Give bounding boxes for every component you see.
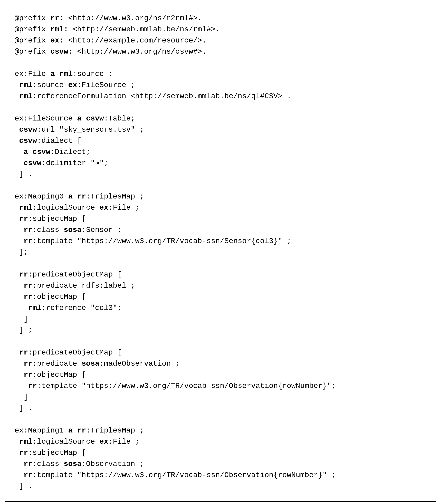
code-text: ex:Mapping1 bbox=[15, 426, 68, 435]
code-line: rr:objectMap [ bbox=[15, 293, 86, 301]
code-line: ]; bbox=[15, 248, 28, 256]
prefix-lead: @prefix bbox=[15, 47, 50, 56]
code-kw: rr bbox=[23, 281, 32, 290]
code-text bbox=[15, 125, 19, 134]
code-line: rml:logicalSource ex:File ; bbox=[15, 203, 140, 212]
code-kw: rml bbox=[19, 203, 32, 212]
code-text bbox=[15, 293, 23, 301]
code-line: a csvw:Dialect; bbox=[15, 148, 90, 156]
code-text: <http://semweb.mmlab.be/ns/rml#>. bbox=[68, 25, 220, 34]
code-text: :File ; bbox=[108, 437, 139, 446]
code-text: :File ; bbox=[108, 203, 139, 212]
code-line: rr:subjectMap [ bbox=[15, 448, 86, 457]
code-text: :TriplesMap ; bbox=[86, 192, 144, 201]
code-text: :referenceFormulation <http://semweb.mml… bbox=[32, 92, 291, 101]
code-line: csvw:dialect [ bbox=[15, 136, 81, 145]
code-text bbox=[15, 270, 19, 279]
code-text: :template "https://www.w3.org/TR/vocab-s… bbox=[32, 237, 291, 245]
code-kw: rr bbox=[23, 460, 32, 468]
code-line: @prefix ex: <http://example.com/resource… bbox=[15, 36, 206, 45]
code-line: rr:objectMap [ bbox=[15, 371, 86, 379]
code-text: :logicalSource bbox=[32, 203, 99, 212]
code-text: <http://example.com/resource/>. bbox=[64, 36, 206, 45]
code-text bbox=[73, 426, 77, 435]
code-text: :Sensor ; bbox=[81, 226, 122, 234]
code-kw: sosa bbox=[64, 226, 81, 234]
code-kw: csvw bbox=[86, 114, 104, 123]
code-text bbox=[15, 159, 23, 167]
code-kw: rr bbox=[19, 215, 28, 223]
code-text bbox=[15, 237, 23, 245]
code-text bbox=[15, 226, 23, 234]
code-kw: a bbox=[68, 192, 73, 201]
code-text: :predicate rdfs:label ; bbox=[32, 281, 135, 290]
code-text bbox=[28, 148, 32, 156]
code-line: ex:FileSource a csvw:Table; bbox=[15, 114, 135, 123]
code-kw: a bbox=[77, 114, 81, 123]
code-line: ] . bbox=[15, 170, 32, 178]
code-kw: rr bbox=[23, 237, 32, 245]
code-kw: rr bbox=[23, 471, 32, 479]
code-text: :dialect [ bbox=[37, 136, 81, 145]
code-text: :source ; bbox=[73, 70, 113, 78]
code-line: rr:class sosa:Observation ; bbox=[15, 460, 144, 468]
code-line: csvw:delimiter "↠"; bbox=[15, 159, 108, 167]
code-text: :Dialect; bbox=[50, 148, 91, 156]
code-text: ex:File bbox=[15, 70, 50, 78]
code-kw: ex bbox=[99, 203, 108, 212]
page-container: @prefix rr: <http://www.w3.org/ns/r2rml#… bbox=[0, 0, 441, 504]
code-text: :TriplesMap ; bbox=[86, 426, 144, 435]
code-line: rr:predicateObjectMap [ bbox=[15, 348, 122, 357]
prefix-kw: csvw: bbox=[50, 47, 73, 56]
code-kw: a bbox=[23, 148, 28, 156]
code-kw: rr bbox=[23, 226, 32, 234]
code-kw: csvw bbox=[32, 148, 50, 156]
code-kw: rr bbox=[77, 426, 86, 435]
code-text bbox=[15, 148, 23, 156]
code-text bbox=[15, 382, 28, 390]
code-text: <http://www.w3.org/ns/csvw#>. bbox=[73, 47, 206, 56]
code-kw: ex bbox=[99, 437, 108, 446]
code-line: rml:referenceFormulation <http://semweb.… bbox=[15, 92, 291, 101]
code-line: @prefix rr: <http://www.w3.org/ns/r2rml#… bbox=[15, 14, 202, 23]
prefix-kw: ex: bbox=[50, 36, 64, 45]
code-text: ex:FileSource bbox=[15, 114, 77, 123]
code-text bbox=[15, 371, 23, 379]
code-kw: sosa bbox=[81, 359, 99, 368]
code-text bbox=[73, 192, 77, 201]
code-text: :source bbox=[32, 81, 68, 89]
code-line: ] ; bbox=[15, 326, 32, 335]
prefix-kw: rr: bbox=[50, 14, 64, 23]
code-text bbox=[15, 304, 28, 312]
code-line: rr:subjectMap [ bbox=[15, 215, 86, 223]
code-text bbox=[15, 203, 19, 212]
code-line: ] . bbox=[15, 404, 32, 413]
code-line: rr:template "https://www.w3.org/TR/vocab… bbox=[15, 382, 336, 390]
code-text: :url "sky_sensors.tsv" ; bbox=[37, 125, 144, 134]
code-text: :class bbox=[32, 460, 64, 468]
code-kw: csvw bbox=[23, 159, 41, 167]
code-text bbox=[15, 471, 23, 479]
prefix-lead: @prefix bbox=[15, 25, 50, 34]
code-text: :predicateObjectMap [ bbox=[28, 270, 122, 279]
code-text: :madeObservation ; bbox=[99, 359, 180, 368]
code-line: rr:predicateObjectMap [ bbox=[15, 270, 122, 279]
code-text: :objectMap [ bbox=[32, 371, 86, 379]
code-line: csvw:url "sky_sensors.tsv" ; bbox=[15, 125, 144, 134]
code-line: ex:Mapping1 a rr:TriplesMap ; bbox=[15, 426, 144, 435]
code-text: :subjectMap [ bbox=[28, 448, 86, 457]
prefix-lead: @prefix bbox=[15, 14, 50, 23]
code-text: :Observation ; bbox=[81, 460, 144, 468]
code-line: rml:reference "col3"; bbox=[15, 304, 122, 312]
code-kw: rml bbox=[59, 70, 73, 78]
code-line: rml:source ex:FileSource ; bbox=[15, 81, 135, 89]
code-kw: rml bbox=[19, 437, 32, 446]
code-kw: rr bbox=[19, 270, 28, 279]
code-text: <http://www.w3.org/ns/r2rml#>. bbox=[64, 14, 202, 23]
code-text: :objectMap [ bbox=[32, 293, 86, 301]
code-kw: sosa bbox=[64, 460, 81, 468]
code-kw: rr bbox=[23, 293, 32, 301]
code-text: :FileSource ; bbox=[77, 81, 135, 89]
code-kw: a bbox=[68, 426, 73, 435]
code-line: rr:template "https://www.w3.org/TR/vocab… bbox=[15, 237, 291, 245]
